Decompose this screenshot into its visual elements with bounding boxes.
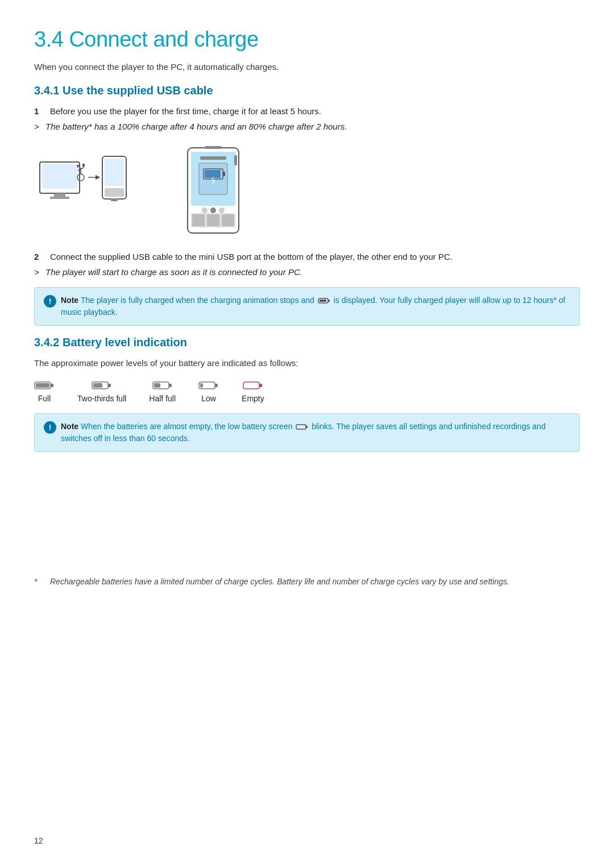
step-list: 1 Before you use the player for the firs… — [34, 106, 580, 131]
battery-levels-container: Full Two-thirds full Half full — [34, 380, 580, 403]
step-2-num: 2 — [34, 252, 50, 261]
svg-rect-57 — [306, 426, 308, 428]
note-2-content: Note When the batteries are almost empty… — [61, 421, 570, 445]
footnote-section: * Rechargeable batteries have a limited … — [34, 577, 580, 586]
svg-rect-3 — [50, 197, 69, 199]
arrow-symbol-1: > — [34, 122, 45, 131]
main-title: 3.4 Connect and charge — [34, 27, 580, 52]
battery-icon-low — [198, 380, 219, 391]
svg-rect-37 — [328, 300, 330, 302]
svg-rect-29 — [207, 214, 219, 226]
svg-rect-1 — [42, 164, 77, 189]
battery-label-twothirds: Two-thirds full — [77, 394, 126, 403]
svg-rect-22 — [205, 170, 221, 178]
intro-paragraph: When you connect the player to the PC, i… — [34, 62, 580, 72]
note-1-content: Note The player is fully charged when th… — [61, 294, 570, 318]
step-list-2: 2 Connect the supplied USB cable to the … — [34, 252, 580, 277]
step-2: 2 Connect the supplied USB cable to the … — [34, 252, 580, 261]
step-1-num: 1 — [34, 106, 50, 116]
svg-rect-21 — [223, 172, 225, 176]
battery-item-low: Low — [198, 380, 219, 403]
svg-rect-31 — [205, 146, 222, 149]
svg-rect-54 — [49, 425, 51, 429]
step-arrow-2-text: The player will start to charge as soon … — [45, 267, 302, 277]
player-charging-image — [171, 145, 256, 236]
note-1-label: Note — [61, 296, 81, 305]
section-title-2: 3.4.2 Battery level indication — [34, 336, 580, 349]
usb-connection-image — [34, 145, 136, 219]
svg-point-4 — [77, 174, 84, 181]
battery-icon-empty — [243, 380, 263, 391]
note-1-pre: The player is fully charged when the cha… — [81, 296, 314, 305]
footnote-1: * Rechargeable batteries have a limited … — [34, 577, 580, 586]
svg-point-25 — [210, 207, 216, 213]
step-arrow-1-text: The battery* has a 100% charge after 4 h… — [45, 122, 347, 131]
svg-rect-41 — [36, 383, 49, 388]
arrow-symbol-2: > — [34, 267, 45, 277]
battery-item-half: Half full — [149, 380, 176, 403]
step-1-text: Before you use the player for the first … — [50, 106, 321, 116]
section-title-1: 3.4.1 Use the supplied USB cable — [34, 84, 580, 97]
footnote-star: * — [34, 577, 43, 586]
note-icon-1 — [44, 295, 56, 308]
svg-point-26 — [219, 207, 225, 213]
svg-rect-28 — [192, 214, 205, 226]
svg-rect-15 — [111, 198, 118, 201]
svg-rect-2 — [54, 193, 65, 197]
inline-battery-icon-1 — [318, 297, 330, 304]
svg-rect-30 — [222, 214, 234, 226]
svg-rect-50 — [200, 383, 203, 388]
svg-rect-52 — [259, 384, 262, 387]
step-1: 1 Before you use the player for the firs… — [34, 106, 580, 116]
battery-label-empty: Empty — [242, 394, 264, 403]
images-row — [34, 145, 580, 236]
battery-item-full: Full — [34, 380, 55, 403]
battery-icon-full — [34, 380, 55, 391]
note-icon-2 — [44, 421, 56, 434]
svg-rect-47 — [154, 383, 160, 388]
battery-label-low: Low — [201, 394, 216, 403]
svg-rect-34 — [49, 298, 51, 302]
svg-rect-44 — [93, 383, 102, 388]
svg-rect-9 — [77, 165, 79, 167]
svg-rect-35 — [49, 303, 51, 304]
page-number: 12 — [34, 836, 43, 845]
battery-icon-half — [152, 380, 173, 391]
svg-rect-10 — [82, 164, 85, 167]
footnote-text: Rechargeable batteries have a limited nu… — [50, 577, 509, 586]
battery-label-half: Half full — [149, 394, 176, 403]
step-2-text: Connect the supplied USB cable to the mi… — [50, 252, 453, 261]
svg-rect-56 — [296, 425, 306, 429]
svg-rect-43 — [108, 384, 111, 387]
battery-icon-twothirds — [92, 380, 112, 391]
battery-item-twothirds: Two-thirds full — [77, 380, 126, 403]
svg-rect-32 — [234, 155, 237, 165]
svg-rect-13 — [105, 159, 124, 186]
svg-point-24 — [202, 207, 208, 213]
note-box-1: Note The player is fully charged when th… — [34, 287, 580, 326]
step-arrow-1: > The battery* has a 100% charge after 4… — [34, 122, 580, 131]
svg-rect-38 — [320, 300, 326, 302]
svg-rect-40 — [51, 384, 53, 387]
svg-rect-55 — [49, 429, 51, 430]
step-arrow-2: > The player will start to charge as soo… — [34, 267, 580, 277]
battery-section-intro: The approximate power levels of your bat… — [34, 358, 580, 368]
svg-rect-46 — [169, 384, 172, 387]
note-2-pre: When the batteries are almost empty, the… — [81, 422, 292, 431]
battery-label-full: Full — [38, 394, 51, 403]
svg-rect-49 — [215, 384, 218, 387]
svg-rect-18 — [200, 156, 226, 160]
svg-rect-51 — [243, 382, 259, 389]
battery-item-empty: Empty — [242, 380, 264, 403]
inline-battery-icon-2 — [296, 423, 308, 430]
svg-rect-14 — [105, 188, 124, 197]
note-box-2: Note When the batteries are almost empty… — [34, 413, 580, 452]
note-2-label: Note — [61, 422, 81, 431]
